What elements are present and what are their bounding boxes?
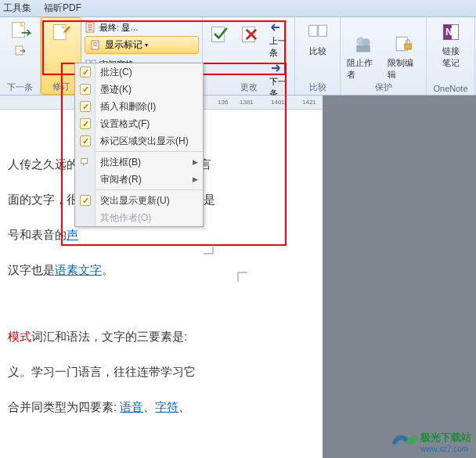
menu-item-other-authors: 其他作者(O) xyxy=(75,209,203,226)
ruler-tick: 136 xyxy=(218,99,228,106)
compare-group-label: 比较 xyxy=(295,81,340,93)
ribbon-group-comments: 下一条 xyxy=(0,17,41,95)
menu-reviewers-label: 审阅者(R) xyxy=(96,173,193,186)
restrict-edit-button[interactable]: 限制编辑 xyxy=(384,31,424,82)
display-mode-text: 最终: 显… xyxy=(99,22,139,34)
protect-group-label: 保护 xyxy=(341,81,426,93)
next-arrow-icon xyxy=(269,62,282,74)
menu-item-formatting[interactable]: ✓ 设置格式(F) xyxy=(75,115,203,132)
show-markup-menu: ✓ 批注(C) ✓ 墨迹(K) ✓ 插入和删除(I) ✓ 设置格式(F) ✓ 标… xyxy=(74,63,204,227)
next-change-button[interactable]: 下一条 xyxy=(267,61,291,100)
watermark: 极光下载站 www.xz7.com xyxy=(391,431,471,453)
doc-lines-icon xyxy=(85,21,97,34)
doc-link[interactable]: 字符 xyxy=(155,400,178,413)
changes-group-label: 更改 xyxy=(203,81,294,93)
check-icon: ✓ xyxy=(82,67,89,78)
compare-label: 比较 xyxy=(309,45,326,57)
accept-icon xyxy=(209,22,231,45)
ruler-tick: 1401 xyxy=(271,99,285,106)
accept-button[interactable] xyxy=(206,20,234,47)
svg-rect-0 xyxy=(12,23,24,38)
menu-separator xyxy=(96,189,203,190)
markup-icon xyxy=(90,39,103,52)
block-authors-label: 阻止作者 xyxy=(347,57,380,81)
ruler-tick: 1381 xyxy=(240,99,254,106)
menu-format-label: 设置格式(F) xyxy=(96,117,203,131)
doc-text: 模式词汇和语法，文字的三要素是: xyxy=(8,321,315,352)
title-pdf: 福昕PDF xyxy=(44,2,81,15)
block-authors-icon xyxy=(352,32,374,56)
prev-arrow-icon xyxy=(269,21,282,34)
menu-item-comments[interactable]: ✓ 批注(C) xyxy=(75,63,203,81)
compare-button[interactable]: 比较 xyxy=(304,19,332,59)
side-panel xyxy=(323,96,476,458)
onenote-label: 链接 笔记 xyxy=(442,45,460,69)
check-icon: ✓ xyxy=(82,119,89,129)
doc-link[interactable]: 语素文字 xyxy=(55,263,102,276)
check-icon: ✓ xyxy=(82,102,89,112)
svg-text:N: N xyxy=(445,27,453,38)
menu-item-balloons[interactable]: 批注框(B) ▶ xyxy=(75,153,203,171)
onenote-icon: N xyxy=(440,20,462,44)
svg-rect-14 xyxy=(308,25,317,36)
new-comment-button[interactable] xyxy=(6,19,34,44)
doc-link[interactable]: 声 xyxy=(67,228,78,241)
ribbon: 下一条 修订 最终: 显… 显示标记 ▾ 审阅窗格 xyxy=(0,17,476,96)
restrict-label: 限制编辑 xyxy=(388,57,420,81)
doc-text: 合并同类型为四要素: 语音、字符、 xyxy=(8,391,315,422)
menu-item-reviewers[interactable]: 审阅者(R) ▶ xyxy=(75,171,203,188)
track-changes-icon xyxy=(50,21,72,45)
ribbon-group-changes: 上一条 下一条 更改 xyxy=(203,17,295,95)
chevron-down-icon: ▾ xyxy=(145,41,148,49)
ribbon-group-protect: 阻止作者 限制编辑 保护 xyxy=(341,17,427,95)
ruler-tick: 1421 xyxy=(302,99,316,106)
onenote-group-label: OneNote xyxy=(427,84,474,93)
group1-bottom-label: 下一条 xyxy=(0,81,40,93)
watermark-name: 极光下载站 xyxy=(420,431,471,445)
doc-text: 义。学习一门语言，往往连带学习它 xyxy=(8,356,315,387)
ribbon-group-onenote: N 链接 笔记 OneNote xyxy=(427,17,475,95)
submenu-arrow-icon: ▶ xyxy=(193,175,203,183)
menu-insdel-label: 插入和删除(I) xyxy=(96,100,203,114)
svg-rect-24 xyxy=(81,159,88,164)
svg-rect-18 xyxy=(356,45,370,52)
menu-comments-label: 批注(C) xyxy=(96,66,203,79)
ribbon-group-compare: 比较 比较 xyxy=(295,17,341,95)
menu-item-insert-delete[interactable]: ✓ 插入和删除(I) xyxy=(75,98,203,115)
menu-markarea-label: 标记区域突出显示(H) xyxy=(96,135,203,148)
reject-icon xyxy=(240,22,261,45)
compare-icon xyxy=(307,20,329,44)
next-comment-button-small[interactable] xyxy=(12,44,29,60)
svg-rect-20 xyxy=(405,44,412,49)
display-mode-dropdown[interactable]: 最终: 显… xyxy=(85,20,199,34)
menu-highlight-label: 突出显示更新(U) xyxy=(96,194,203,207)
reject-button[interactable] xyxy=(236,20,265,47)
submenu-arrow-icon: ▶ xyxy=(193,158,203,166)
menu-item-ink[interactable]: ✓ 墨迹(K) xyxy=(75,81,203,98)
title-tool: 工具集 xyxy=(3,2,31,15)
show-markup-dropdown[interactable]: 显示标记 ▾ xyxy=(85,36,199,54)
doc-link[interactable]: 语音 xyxy=(120,400,143,413)
track-changes-button[interactable] xyxy=(47,20,75,46)
title-bar: 工具集 福昕PDF xyxy=(0,0,476,17)
doc-text: 汉字也是语素文字。 xyxy=(8,254,315,285)
check-icon: ✓ xyxy=(82,85,89,95)
show-markup-label: 显示标记 xyxy=(105,38,142,52)
onenote-button[interactable]: N 链接 笔记 xyxy=(437,19,465,70)
menu-ink-label: 墨迹(K) xyxy=(96,83,203,96)
svg-rect-13 xyxy=(243,27,255,41)
check-icon: ✓ xyxy=(82,196,89,206)
prev-change-label: 上一条 xyxy=(269,36,287,57)
check-icon: ✓ xyxy=(82,136,89,146)
prev-change-button[interactable]: 上一条 xyxy=(267,20,291,60)
menu-item-highlight-updates[interactable]: ✓ 突出显示更新(U) xyxy=(75,192,203,209)
watermark-url: www.xz7.com xyxy=(420,445,471,453)
svg-rect-15 xyxy=(318,25,326,36)
menu-others-label: 其他作者(O) xyxy=(96,211,203,225)
next-icon xyxy=(14,45,27,57)
watermark-logo-icon xyxy=(391,431,416,453)
menu-balloons-label: 批注框(B) xyxy=(96,156,193,169)
restrict-icon xyxy=(392,32,414,56)
block-authors-button[interactable]: 阻止作者 xyxy=(344,31,383,82)
menu-item-markup-area[interactable]: ✓ 标记区域突出显示(H) xyxy=(75,132,203,150)
